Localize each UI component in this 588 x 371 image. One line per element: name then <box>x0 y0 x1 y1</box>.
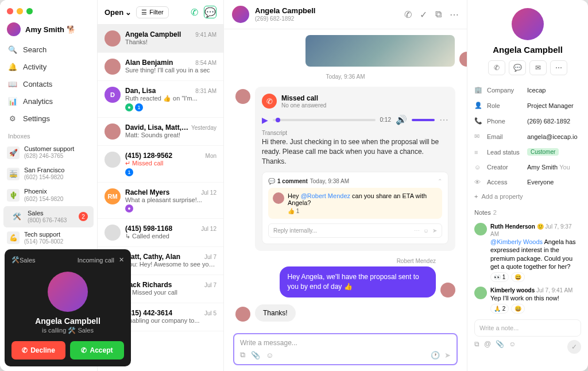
avatar <box>105 59 121 75</box>
nav-search[interactable]: 🔍 Search <box>0 41 97 58</box>
avatar <box>440 283 455 297</box>
accept-button[interactable]: ✆ Accept <box>70 341 124 360</box>
template-icon[interactable]: ⧉ <box>240 350 245 360</box>
current-user[interactable]: Amy Smith 🐕 <box>0 18 97 41</box>
add-property-button[interactable]: + Add a property <box>474 190 581 203</box>
contact-panel: Angela Campbell ✆ 💬 ✉ ⋯ 🏢 Company Icecap… <box>467 0 588 371</box>
inbox-phoenix[interactable]: 🌵 Phoenix (602) 154-9820 <box>0 184 97 206</box>
plus-icon: + <box>474 193 478 200</box>
nav-contacts[interactable]: 📖 Contacts <box>0 75 97 92</box>
team-icon: 🛠️ <box>11 256 20 264</box>
conv-time: Jul 7 <box>204 254 216 260</box>
chat-header: Angela Campbell (269) 682-1892 ✆ ✓ ⧉ ⋯ <box>224 0 467 29</box>
more-icon[interactable]: ⋯ <box>550 60 567 75</box>
conversation-item[interactable]: Alan Benjamin 8:54 AM Sure thing! I'll c… <box>98 53 223 81</box>
note-author: Kimberly woods <box>490 287 535 293</box>
conversation-item[interactable]: Angela Campbell 9:41 AM Thanks! <box>98 25 223 53</box>
template-icon[interactable]: ⧉ <box>474 340 479 354</box>
row-value: angela@icecap.io <box>527 133 578 140</box>
attach-icon[interactable]: 📎 <box>251 351 260 360</box>
conv-preview: ↵ Missed call <box>125 160 216 167</box>
maximize-icon[interactable] <box>26 8 33 14</box>
new-message-icon[interactable]: 💬 <box>204 6 216 18</box>
conv-name: Alan Benjamin <box>125 59 173 67</box>
inbox-customer-support[interactable]: 🚀 Customer support (628) 246-3765 <box>0 142 97 163</box>
emoji-icon[interactable]: ☺ <box>509 340 516 354</box>
inbox-icon: 💪 <box>7 231 20 244</box>
call-icon[interactable]: ✆ <box>488 60 505 75</box>
nav-label: Activity <box>23 63 47 71</box>
audio-scrubber[interactable] <box>273 119 376 121</box>
decline-button[interactable]: ✆ Decline <box>11 341 65 360</box>
profile-email: ✉ Email angela@icecap.io <box>474 129 581 144</box>
transcript-label: Transcript <box>262 130 448 136</box>
close-icon[interactable]: ✕ <box>119 256 124 264</box>
more-icon[interactable]: ⋯ <box>414 227 420 234</box>
message-icon[interactable]: 💬 <box>509 60 526 75</box>
nav-activity[interactable]: 🔔 Activity <box>0 58 97 75</box>
volume-slider[interactable] <box>412 119 435 121</box>
mention[interactable]: @Robert Mendez <box>301 192 350 199</box>
check-icon[interactable]: ✓ <box>420 9 427 20</box>
message-composer[interactable]: Write a message... ⧉ 📎 ☺ 🕐 ➤ <box>233 333 458 365</box>
inbox-tech-support[interactable]: 💪 Tech support (514) 705-8002 <box>0 227 97 249</box>
avatar: RM <box>105 188 121 204</box>
close-icon[interactable] <box>7 8 13 14</box>
conv-time: Mon <box>206 153 216 159</box>
incoming-call-overlay: 🛠️ Sales Incoming call ✕ Angela Campbell… <box>5 249 131 366</box>
missed-call-card: ✆ Missed call No one answered ▶ 0:12 🔊 ⋯ <box>255 87 455 251</box>
conversation-item[interactable]: (415) 598-1168 Jul 12 ↳ Called ended <box>98 219 223 247</box>
conversation-item[interactable]: (415) 128-9562 Mon ↵ Missed call 1 <box>98 146 223 183</box>
call-icon[interactable]: ✆ <box>404 9 412 20</box>
conversation-item[interactable]: RM Rachel Myers Jul 12 What a pleasant s… <box>98 183 223 219</box>
mention[interactable]: @Kimberly Woods <box>490 238 543 245</box>
reaction[interactable]: 😄 <box>511 272 525 282</box>
reaction[interactable]: 👍 1 <box>288 208 438 214</box>
attach-icon[interactable]: 📎 <box>496 340 504 354</box>
row-icon: ≡ <box>474 149 482 156</box>
profile-creator: ☺ Creator Amy Smith You <box>474 160 581 175</box>
conv-preview: What a pleasant surprise!... <box>125 196 216 203</box>
nav-label: Settings <box>23 114 50 123</box>
collapse-icon[interactable]: ⌃ <box>438 178 442 184</box>
inbox-san-francisco[interactable]: 🚋 San Francisco (602) 154-9820 <box>0 163 97 184</box>
chat-contact-phone: (269) 682-1892 <box>255 16 315 22</box>
status-badge: Customer <box>527 148 559 156</box>
send-icon[interactable]: ➤ <box>444 351 451 360</box>
emoji-icon[interactable]: ☺ <box>266 351 273 360</box>
open-filter-dropdown[interactable]: Open⌄ <box>105 8 131 17</box>
archive-icon[interactable]: ⧉ <box>435 9 442 20</box>
more-icon[interactable]: ⋯ <box>450 9 459 20</box>
nav-analytics[interactable]: 📊 Analytics <box>0 92 97 110</box>
play-icon[interactable]: ▶ <box>262 115 268 125</box>
conversation-item[interactable]: D Dan, Lisa 8:31 AM Ruth reacted 👍 on "I… <box>98 81 223 118</box>
mention-icon[interactable]: @ <box>484 340 491 354</box>
call-icon[interactable]: ✆ <box>188 6 200 18</box>
nav-settings[interactable]: ⚙ Settings <box>0 110 97 127</box>
emoji-icon[interactable]: ☺ <box>423 227 429 234</box>
audio-time: 0:12 <box>380 117 391 123</box>
reply-input[interactable]: Reply internally... ⋯ ☺ ➤ <box>268 223 442 238</box>
volume-icon[interactable]: 🔊 <box>396 114 407 125</box>
image-attachment[interactable] <box>305 35 455 67</box>
schedule-icon[interactable]: 🕐 <box>431 351 440 360</box>
reaction[interactable]: 👀 1 <box>490 272 509 282</box>
user-name: Amy Smith 🐕 <box>25 25 76 34</box>
minimize-icon[interactable] <box>17 8 23 14</box>
sent-message: Hey Angela, we'll have the proposal sent… <box>280 266 436 297</box>
message-input[interactable]: Write a message... <box>240 339 451 347</box>
note-input[interactable]: Write a note... <box>474 319 581 337</box>
send-icon[interactable]: ➤ <box>432 227 437 234</box>
email-icon[interactable]: ✉ <box>529 60 547 75</box>
reaction[interactable]: 😄 <box>511 304 525 314</box>
reaction[interactable]: 🙏 2 <box>490 304 509 314</box>
more-icon[interactable]: ⋯ <box>439 114 448 125</box>
send-note-icon[interactable]: ✓ <box>567 340 581 354</box>
conv-name: (415) 598-1168 <box>125 225 172 233</box>
conversation-item[interactable]: David, Lisa, Matt, Alan Yesterday Matt: … <box>98 118 223 146</box>
filter-button[interactable]: ☰Filter <box>136 6 168 18</box>
inbox-sales[interactable]: 🛠️ Sales (800) 676-7463 2 <box>3 206 94 227</box>
profile-phone: 📞 Phone (269) 682-1892 <box>474 113 581 129</box>
row-icon: 👁 <box>474 179 482 186</box>
avatar <box>235 89 250 104</box>
